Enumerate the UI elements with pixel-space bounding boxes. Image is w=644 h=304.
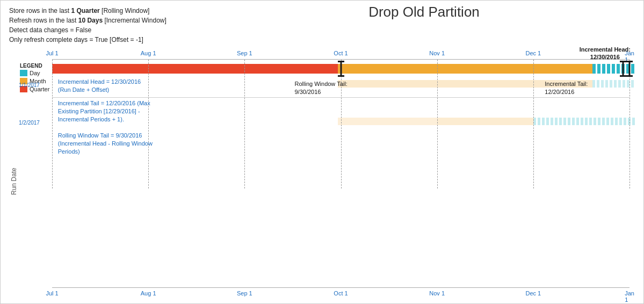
vline <box>244 60 245 189</box>
chart-area: Run Date Incremental Head: 12/30/2016 Ju… <box>9 48 635 299</box>
axis-bottom-tick-Aug1: Aug 1 <box>141 290 156 296</box>
legend-label-day: Day <box>30 70 40 76</box>
header-row: Store rows in the last 1 Quarter [Rollin… <box>9 6 635 45</box>
axis-bottom-tick-Oct1: Oct 1 <box>334 290 348 296</box>
vline <box>629 60 630 189</box>
axis-bottom-tick-Jul1: Jul 1 <box>46 290 58 296</box>
legend-col: LEGEND Day Month Quarter <box>20 60 52 286</box>
axis-tick-Oct1: Oct 1 <box>334 50 348 56</box>
bar <box>338 64 592 74</box>
vline <box>148 60 149 189</box>
axis-tick-Aug1: Aug 1 <box>141 50 156 56</box>
axis-bottom-tick-Jan1: Jan 1 <box>625 290 634 303</box>
vline <box>533 60 534 189</box>
run-date-label: 1/2/2017 <box>19 120 40 126</box>
bar <box>338 118 437 125</box>
page-title: Drop Old Partition <box>213 4 635 20</box>
i-beam <box>622 61 624 77</box>
axis-top: Jul 1Aug 1Sep 1Oct 1Nov 1Dec 1Jan 1 <box>52 48 629 60</box>
legend-item-day: Day <box>20 70 52 76</box>
i-beam <box>340 61 342 77</box>
bar <box>52 64 338 74</box>
vline <box>52 60 53 189</box>
annotation-text: Incremental Tail: 12/20/2016 <box>545 80 588 96</box>
axis-bottom: Jul 1Aug 1Sep 1Oct 1Nov 1Dec 1Jan 1 <box>52 287 629 299</box>
data-section: LEGEND Day Month Quarter <box>20 60 635 286</box>
axis-tick-Jul1: Jul 1 <box>46 50 58 56</box>
y-axis-label: Run Date <box>9 48 19 299</box>
rows-area: Incremental Head = 12/30/2016 (Run Date … <box>52 60 629 286</box>
inc-head-top-annotation: Incremental Head: 12/30/2016 <box>580 46 631 61</box>
main-container: Store rows in the last 1 Quarter [Rollin… <box>0 0 644 304</box>
info-line2: Refresh rows in the last 10 Days [Increm… <box>9 16 213 25</box>
annotation-text: Incremental Tail = 12/20/2016 (Max Exist… <box>58 99 150 124</box>
incremental-window-value: 10 Days <box>78 17 103 24</box>
axis-bottom-tick-Dec1: Dec 1 <box>525 290 541 296</box>
bar <box>437 118 533 125</box>
annotation-text: Rolling Window Tail: 9/30/2016 <box>295 80 348 96</box>
legend-title: LEGEND <box>20 63 52 69</box>
i-beam <box>628 61 631 77</box>
bar <box>592 80 635 88</box>
info-line1: Store rows in the last 1 Quarter [Rollin… <box>9 6 213 16</box>
info-line3: Detect data changes = False <box>9 25 213 35</box>
annotation-text: Rolling Window Tail = 9/30/2016 (Increme… <box>58 132 153 156</box>
bar <box>533 118 635 125</box>
legend-color-day <box>20 70 27 76</box>
annotation-text: Incremental Head = 12/30/2016 (Run Date … <box>58 78 141 94</box>
axis-bottom-tick-Nov1: Nov 1 <box>429 290 445 296</box>
run-date-label: 1/1/2017 <box>19 82 40 88</box>
info-line4: Only refresh complete days = True [Offse… <box>9 35 213 45</box>
chart-panel: Incremental Head: 12/30/2016 Jul 1Aug 1S… <box>20 48 635 299</box>
axis-bottom-tick-Sep1: Sep 1 <box>237 290 252 296</box>
vline <box>437 60 438 189</box>
info-text: Store rows in the last 1 Quarter [Rollin… <box>9 6 213 45</box>
axis-tick-Sep1: Sep 1 <box>237 50 252 56</box>
rolling-window-value: 1 Quarter <box>71 7 99 15</box>
vline <box>341 60 342 189</box>
axis-tick-Dec1: Dec 1 <box>525 50 541 56</box>
axis-tick-Nov1: Nov 1 <box>429 50 445 56</box>
